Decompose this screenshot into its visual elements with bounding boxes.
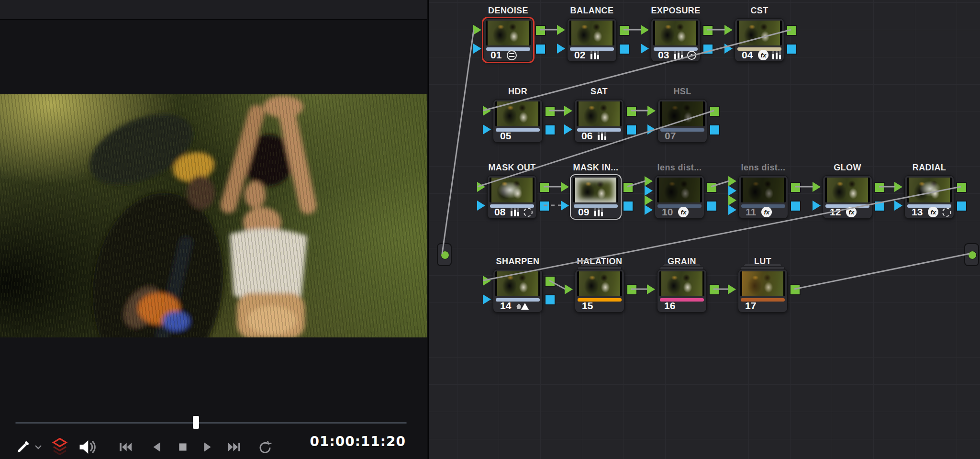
rgb-input-port[interactable] bbox=[565, 284, 573, 294]
key-input-port[interactable] bbox=[483, 124, 491, 134]
key-output-port[interactable] bbox=[545, 294, 556, 305]
rgb-output-port[interactable] bbox=[539, 182, 550, 193]
graph-output-node[interactable] bbox=[964, 243, 979, 266]
key-output-port[interactable] bbox=[539, 201, 550, 212]
viewer-scrubber[interactable] bbox=[15, 422, 407, 424]
rgb-output-port[interactable] bbox=[790, 182, 801, 193]
graph-node-04[interactable]: 04fxCST bbox=[735, 18, 784, 62]
key-output-port[interactable] bbox=[790, 201, 801, 212]
graph-node-11[interactable]: 11fxlens dist... bbox=[738, 175, 788, 219]
rgb-input-port[interactable] bbox=[728, 284, 736, 294]
key-input-port[interactable] bbox=[645, 186, 653, 196]
graph-node-03[interactable]: 03EXPOSURE bbox=[651, 18, 701, 62]
key-output-port[interactable] bbox=[956, 201, 967, 212]
key-output-port[interactable] bbox=[706, 201, 717, 212]
rgb-output-port[interactable] bbox=[545, 276, 556, 287]
key-output-port[interactable] bbox=[623, 201, 634, 212]
playhead-handle[interactable] bbox=[193, 416, 199, 429]
video-preview[interactable] bbox=[0, 94, 427, 337]
play-button[interactable] bbox=[199, 435, 215, 459]
key-output-port[interactable] bbox=[874, 201, 885, 212]
key-input-port[interactable] bbox=[564, 124, 572, 134]
loop-button[interactable] bbox=[255, 435, 276, 459]
graph-node-01[interactable]: 01DENOISE bbox=[483, 18, 533, 62]
graph-node-16[interactable]: 16GRAIN bbox=[657, 269, 707, 313]
rgb-output-port[interactable] bbox=[786, 25, 797, 36]
rgb-input-port[interactable] bbox=[645, 176, 653, 186]
key-output-port[interactable] bbox=[709, 124, 720, 135]
rgb-output-port[interactable] bbox=[626, 106, 637, 117]
key-input-port[interactable] bbox=[561, 201, 569, 211]
key-output-port[interactable] bbox=[626, 124, 637, 135]
rgb-output-port[interactable] bbox=[535, 25, 546, 36]
key-input-port[interactable] bbox=[813, 201, 821, 211]
rgb-input-port[interactable] bbox=[557, 25, 565, 35]
rgb-output-port[interactable] bbox=[706, 182, 717, 193]
rgb-input-port[interactable] bbox=[483, 106, 491, 116]
rgb-input-port[interactable] bbox=[483, 276, 491, 286]
key-input-port[interactable] bbox=[645, 205, 653, 215]
graph-node-17[interactable]: 17LUT bbox=[738, 269, 788, 313]
key-output-port[interactable] bbox=[545, 124, 556, 135]
graph-node-06[interactable]: 06SAT bbox=[574, 99, 624, 143]
rgb-output-port[interactable] bbox=[702, 25, 713, 36]
graph-node-02[interactable]: 02BALANCE bbox=[567, 18, 617, 62]
rgb-input-port[interactable] bbox=[647, 284, 655, 294]
key-input-port[interactable] bbox=[728, 186, 736, 196]
rgb-input-port[interactable] bbox=[728, 176, 736, 186]
skip-back-button[interactable] bbox=[116, 435, 135, 459]
rgb-output-port[interactable] bbox=[956, 182, 967, 193]
graph-node-07[interactable]: 07HSL bbox=[657, 99, 707, 143]
key-input-port[interactable] bbox=[728, 205, 736, 215]
graph-node-09[interactable]: 09MASK IN... bbox=[571, 175, 621, 219]
rgb-output-port[interactable] bbox=[545, 106, 556, 117]
graph-node-10[interactable]: 10fxlens dist... bbox=[655, 175, 704, 219]
rgb-input-port[interactable] bbox=[561, 182, 569, 192]
rgb-output-port[interactable] bbox=[623, 182, 634, 193]
key-output-port[interactable] bbox=[786, 44, 797, 55]
key-output-port[interactable] bbox=[619, 44, 630, 55]
rgb-output-port[interactable] bbox=[709, 106, 720, 117]
layers-icon[interactable] bbox=[50, 435, 70, 459]
rgb-output-port[interactable] bbox=[874, 182, 885, 193]
graph-node-14[interactable]: 14SHARPEN bbox=[493, 269, 543, 313]
rgb-output-port[interactable] bbox=[619, 25, 630, 36]
key-input-port[interactable] bbox=[647, 124, 656, 134]
key-output-port[interactable] bbox=[702, 44, 713, 55]
rgb-input-port[interactable] bbox=[564, 106, 572, 116]
key-input-port[interactable] bbox=[641, 44, 649, 54]
step-back-button[interactable] bbox=[148, 435, 165, 459]
rgb-output-port[interactable] bbox=[790, 284, 801, 295]
rgb-input-port[interactable] bbox=[647, 106, 656, 116]
viewer-top-bar bbox=[0, 0, 427, 20]
key-input-port[interactable] bbox=[473, 44, 481, 54]
graph-node-08[interactable]: 08MASK OUT bbox=[487, 175, 537, 219]
rgb-output-port[interactable] bbox=[709, 284, 720, 295]
node-graph-canvas[interactable]: 01DENOISE02BALANCE03EXPOSURE04fxCST05HDR… bbox=[428, 0, 980, 459]
graph-node-12[interactable]: 12fxGLOW bbox=[823, 175, 872, 219]
stop-button[interactable] bbox=[175, 435, 191, 459]
rgb-input-port[interactable] bbox=[724, 25, 733, 35]
rgb-input-port[interactable] bbox=[477, 182, 485, 192]
rgb-input-port[interactable] bbox=[728, 195, 736, 205]
graph-node-15[interactable]: 15HALATION bbox=[575, 269, 624, 313]
rgb-input-port[interactable] bbox=[473, 25, 481, 35]
key-output-port[interactable] bbox=[535, 44, 546, 55]
key-input-port[interactable] bbox=[557, 44, 565, 54]
graph-node-13[interactable]: 13fxRADIAL bbox=[904, 175, 954, 219]
key-input-port[interactable] bbox=[894, 201, 902, 211]
rgb-input-port[interactable] bbox=[894, 182, 902, 192]
key-input-port[interactable] bbox=[477, 201, 485, 211]
graph-node-05[interactable]: 05HDR bbox=[493, 99, 543, 143]
rgb-input-port[interactable] bbox=[645, 195, 653, 205]
skip-forward-button[interactable] bbox=[225, 435, 244, 459]
key-input-port[interactable] bbox=[724, 44, 733, 54]
speaker-icon[interactable] bbox=[77, 435, 99, 459]
color-picker-icon[interactable] bbox=[14, 435, 32, 459]
rgb-input-port[interactable] bbox=[641, 25, 649, 35]
rgb-input-port[interactable] bbox=[813, 182, 821, 192]
graph-source-node[interactable] bbox=[437, 243, 452, 266]
rgb-output-port[interactable] bbox=[626, 284, 637, 295]
key-input-port[interactable] bbox=[483, 294, 491, 304]
chevron-down-icon[interactable] bbox=[33, 435, 44, 459]
